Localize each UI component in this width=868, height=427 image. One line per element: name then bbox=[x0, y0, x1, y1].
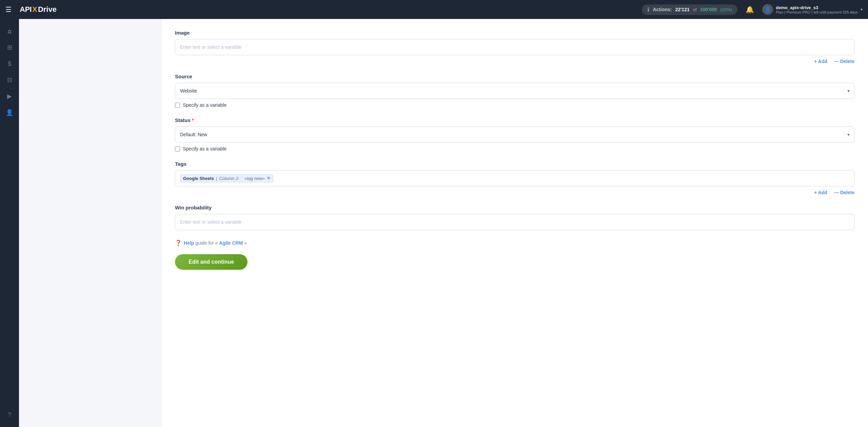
sidebar-item-flows[interactable]: ⊞ bbox=[3, 41, 16, 54]
tags-delete-button[interactable]: — Delete bbox=[834, 190, 854, 195]
chevron-down-icon: ▾ bbox=[861, 7, 863, 12]
sidebar: ⌂ ⊞ $ ⊟ ▶ 👤 ? bbox=[0, 19, 19, 427]
win-prob-label: Win probability bbox=[175, 205, 854, 210]
source-specify-checkbox[interactable] bbox=[175, 103, 180, 108]
actions-pill: ℹ Actions: 22'121 of 100'000 (22%) bbox=[642, 4, 737, 15]
sidebar-item-video[interactable]: ▶ bbox=[3, 89, 16, 103]
user-name: demo_apix-drive_s3 bbox=[776, 5, 858, 10]
image-add-button[interactable]: + Add bbox=[814, 59, 827, 64]
tags-field[interactable]: Google Sheets | Column J: «tag new» ✕ bbox=[175, 170, 854, 186]
source-specify-row: Specify as a variable bbox=[175, 102, 854, 108]
user-section[interactable]: 👤 demo_apix-drive_s3 Plan | Premium PRO … bbox=[762, 4, 863, 15]
sidebar-item-home[interactable]: ⌂ bbox=[3, 24, 16, 38]
source-select[interactable]: Website bbox=[175, 83, 854, 99]
logo: API X Drive bbox=[20, 5, 57, 14]
agile-crm-link[interactable]: Agile CRM bbox=[219, 240, 243, 246]
menu-icon[interactable]: ☰ bbox=[5, 5, 12, 14]
right-panel: Image + Add — Delete Source Website ▾ bbox=[161, 19, 868, 427]
tag-column: Column J: bbox=[219, 176, 239, 181]
actions-count: 22'121 bbox=[675, 7, 689, 12]
status-select[interactable]: Default: New bbox=[175, 126, 854, 143]
tag-close-icon[interactable]: ✕ bbox=[267, 176, 270, 181]
source-label: Source bbox=[175, 74, 854, 79]
required-star: * bbox=[192, 117, 194, 123]
sidebar-item-integrations[interactable]: ⊟ bbox=[3, 73, 16, 87]
tags-add-button[interactable]: + Add bbox=[814, 190, 827, 195]
image-add-delete-row: + Add — Delete bbox=[175, 59, 854, 64]
logo-x: X bbox=[32, 5, 37, 14]
body-layout: ⌂ ⊞ $ ⊟ ▶ 👤 ? Image + Add — Delete bbox=[0, 19, 868, 427]
bell-icon[interactable]: 🔔 bbox=[743, 4, 757, 15]
source-section: Source Website ▾ Specify as a variable bbox=[175, 74, 854, 108]
tag-source: Google Sheets bbox=[183, 176, 214, 181]
help-guide-suffix: » bbox=[244, 240, 247, 246]
help-text: Help guide for « Agile CRM » bbox=[184, 240, 247, 246]
sidebar-item-account[interactable]: 👤 bbox=[3, 106, 16, 119]
status-specify-row: Specify as a variable bbox=[175, 146, 854, 151]
status-specify-checkbox[interactable] bbox=[175, 146, 180, 151]
help-circle-icon: ❓ bbox=[175, 240, 182, 246]
user-info: demo_apix-drive_s3 Plan | Premium PRO | … bbox=[776, 5, 858, 14]
logo-api: API bbox=[20, 5, 32, 14]
sidebar-item-billing[interactable]: $ bbox=[3, 57, 16, 70]
tag-pipe: | bbox=[216, 176, 217, 181]
tags-add-delete-row: + Add — Delete bbox=[175, 190, 854, 195]
tags-section: Tags Google Sheets | Column J: «tag new»… bbox=[175, 161, 854, 195]
status-label: Status * bbox=[175, 117, 854, 123]
win-prob-input[interactable] bbox=[175, 214, 854, 230]
left-panel bbox=[19, 19, 161, 427]
page-wrapper: Image + Add — Delete Source Website ▾ bbox=[19, 19, 868, 427]
status-specify-label[interactable]: Specify as a variable bbox=[183, 146, 226, 151]
help-guide-prefix: guide for « bbox=[195, 240, 218, 246]
actions-label: Actions: bbox=[653, 7, 672, 12]
status-section: Status * Default: New ▾ Specify as a var… bbox=[175, 117, 854, 151]
actions-pct: (22%) bbox=[721, 7, 732, 12]
avatar: 👤 bbox=[762, 4, 773, 15]
status-select-wrapper: Default: New ▾ bbox=[175, 126, 854, 143]
user-plan: Plan | Premium PRO | left until payment … bbox=[776, 10, 858, 14]
win-prob-section: Win probability bbox=[175, 205, 854, 230]
logo-drive: Drive bbox=[38, 5, 57, 14]
image-section: Image + Add — Delete bbox=[175, 30, 854, 64]
info-icon: ℹ bbox=[647, 6, 649, 13]
user-icon: 👤 bbox=[764, 6, 771, 13]
tag-chip: Google Sheets | Column J: «tag new» ✕ bbox=[180, 175, 273, 182]
sidebar-item-help[interactable]: ? bbox=[3, 408, 16, 422]
help-line: ❓ Help guide for « Agile CRM » bbox=[175, 240, 854, 246]
image-delete-button[interactable]: — Delete bbox=[834, 59, 854, 64]
actions-total: 100'000 bbox=[700, 7, 717, 12]
image-label: Image bbox=[175, 30, 854, 36]
actions-of: of bbox=[693, 7, 697, 12]
tag-value: «tag new» bbox=[244, 176, 265, 181]
image-input[interactable] bbox=[175, 39, 854, 55]
edit-continue-button[interactable]: Edit and continue bbox=[175, 254, 248, 270]
help-link[interactable]: Help bbox=[184, 240, 194, 246]
main-content: Image + Add — Delete Source Website ▾ bbox=[19, 19, 868, 427]
topbar: ☰ API X Drive ℹ Actions: 22'121 of 100'0… bbox=[0, 0, 868, 19]
tags-label: Tags bbox=[175, 161, 854, 167]
source-select-wrapper: Website ▾ bbox=[175, 83, 854, 99]
source-specify-label[interactable]: Specify as a variable bbox=[183, 102, 226, 108]
